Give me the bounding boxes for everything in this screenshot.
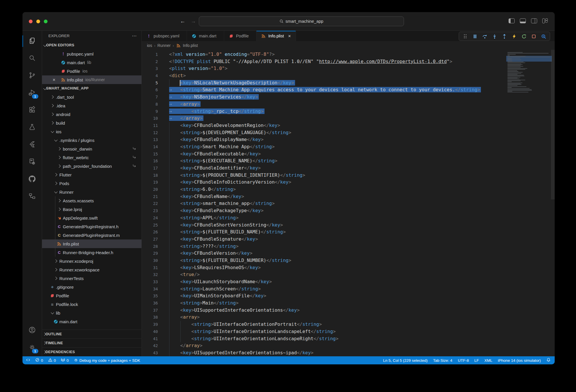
code-line-10[interactable]: 10→ </array> <box>142 115 555 122</box>
sidebar-section-timeline[interactable]: TIMELINE <box>42 338 141 347</box>
line-number[interactable]: 23 <box>142 207 158 214</box>
tree-item-GeneratedPluginRegistrant.h[interactable]: CGeneratedPluginRegistrant.h <box>42 222 141 231</box>
activity-item-references[interactable] <box>22 188 42 205</box>
code-line-35[interactable]: 35 <key>UIMainStoryboardFile</key> <box>142 292 555 300</box>
line-number[interactable]: 11 <box>142 122 158 129</box>
open-editors-header[interactable]: OPEN EDITORS <box>42 41 141 50</box>
tree-item-.symlinks / plugins[interactable]: .symlinks / plugins <box>42 136 141 144</box>
minimap[interactable] <box>507 52 551 93</box>
line-number[interactable]: 3 <box>142 65 158 72</box>
line-number[interactable]: 42 <box>142 342 158 349</box>
tree-item-Base.lproj[interactable]: Base.lproj <box>42 205 141 214</box>
line-number[interactable]: 7 <box>142 94 158 101</box>
code-line-38[interactable]: 38 <array> <box>142 314 555 321</box>
sidebar-section-outline[interactable]: OUTLINE <box>42 330 141 338</box>
line-number[interactable]: 21 <box>142 193 158 200</box>
tree-item-Flutter[interactable]: Flutter <box>42 170 141 179</box>
open-editor-main.dart[interactable]: ✕main.dartlib <box>42 58 141 67</box>
tab-Info.plist[interactable]: Info.plist✕ <box>256 31 296 41</box>
status-item[interactable]: 0 <box>61 358 69 363</box>
line-number[interactable]: 25 <box>142 222 158 229</box>
activity-item-source-control[interactable] <box>22 67 42 84</box>
status-item[interactable] <box>26 358 30 363</box>
pause-icon[interactable] <box>473 34 477 39</box>
activity-item-run-debug[interactable]: 1 <box>22 84 42 102</box>
tree-item-Podfile[interactable]: Podfile <box>42 291 141 300</box>
line-number[interactable]: 9 <box>142 108 158 115</box>
line-number[interactable]: 5 <box>142 79 158 87</box>
code-line-25[interactable]: 25 <key>CFBundleShortVersionString</key> <box>142 222 555 229</box>
tree-item-Pods[interactable]: Pods <box>42 179 141 188</box>
activity-item-testing[interactable] <box>22 119 42 136</box>
code-line-13[interactable]: 13 <key>CFBundleDisplayName</key> <box>142 136 555 143</box>
code-line-8[interactable]: 8→ <array> <box>142 101 555 108</box>
code-line-28[interactable]: 28 <string>????</string> <box>142 243 555 250</box>
close-window-button[interactable] <box>29 20 33 23</box>
hot-reload-icon[interactable] <box>512 34 517 39</box>
stop-icon[interactable] <box>531 34 536 39</box>
notifications-bell[interactable] <box>546 358 551 363</box>
zoom-window-button[interactable] <box>44 20 48 23</box>
code-line-27[interactable]: 27 <key>CFBundleSignature</key> <box>142 236 555 243</box>
activity-item-github[interactable] <box>22 171 42 188</box>
code-line-16[interactable]: 16 <string>$(EXECUTABLE_NAME)</string> <box>142 157 555 165</box>
activity-item-property-editor[interactable] <box>22 153 42 171</box>
code-line-21[interactable]: 21 <key>CFBundleName</key> <box>142 193 555 200</box>
code-line-5[interactable]: 5 <key>NSLocalNetworkUsageDescription</k… <box>142 79 555 87</box>
line-number[interactable]: 36 <box>142 300 158 307</box>
line-number[interactable]: 17 <box>142 165 158 172</box>
code-line-23[interactable]: 23 <key>CFBundlePackageType</key> <box>142 207 555 214</box>
code-line-4[interactable]: 4<dict> <box>142 72 555 79</box>
back-icon[interactable]: ← <box>179 17 186 26</box>
code-line-40[interactable]: 40 <string>UIInterfaceOrientationLandsca… <box>142 328 555 335</box>
tab-main.dart[interactable]: main.dart <box>187 31 224 41</box>
code-line-31[interactable]: 31 <key>LSRequiresIPhoneOS</key> <box>142 264 555 271</box>
line-number[interactable]: 24 <box>142 214 158 222</box>
step-into-icon[interactable] <box>492 34 497 39</box>
line-number[interactable]: 30 <box>142 257 158 264</box>
status-item[interactable]: XML <box>484 358 492 363</box>
line-number[interactable]: 28 <box>142 243 158 250</box>
line-number[interactable]: 33 <box>142 278 158 286</box>
editor-scrollbar[interactable] <box>551 50 555 199</box>
activity-item-explorer[interactable] <box>22 33 42 50</box>
line-number[interactable]: 6 <box>142 86 158 94</box>
tree-item-GeneratedPluginRegistrant.m[interactable]: CGeneratedPluginRegistrant.m <box>42 231 141 239</box>
code-line-1[interactable]: 1<?xml version="1.0" encoding="UTF-8"?> <box>142 51 555 58</box>
code-line-2[interactable]: 2<!DOCTYPE plist PUBLIC "-//Apple//DTD P… <box>142 58 555 65</box>
code-line-33[interactable]: 33 <key>UILaunchStoryboardName</key> <box>142 278 555 286</box>
line-number[interactable]: 26 <box>142 229 158 236</box>
forward-icon[interactable]: → <box>190 17 197 26</box>
code-line-32[interactable]: 32 <true/> <box>142 271 555 278</box>
activity-item-flutter[interactable] <box>22 136 42 153</box>
tree-item-path_provider_foundation[interactable]: path_provider_foundation <box>42 162 141 170</box>
toggle-secondary-sidebar-icon[interactable] <box>531 18 537 23</box>
tree-item-.gitignore[interactable]: .gitignore <box>42 283 141 291</box>
code-editor[interactable]: 1<?xml version="1.0" encoding="UTF-8"?>2… <box>142 50 555 356</box>
code-line-39[interactable]: 39 <string>UIInterfaceOrientationPortrai… <box>142 321 555 328</box>
sidebar-section-dependencies[interactable]: DEPENDENCIES <box>42 347 141 356</box>
line-number[interactable]: 18 <box>142 172 158 179</box>
code-line-15[interactable]: 15 <key>CFBundleExecutable</key> <box>142 151 555 158</box>
breadcrumb-item[interactable]: ios <box>147 43 152 48</box>
line-number[interactable]: 4 <box>142 72 158 79</box>
tree-item-Podfile.lock[interactable]: ≡Podfile.lock <box>42 300 141 309</box>
status-item[interactable]: iPhone 14 (ios simulator) <box>498 358 541 363</box>
line-number[interactable]: 34 <box>142 286 158 293</box>
code-line-37[interactable]: 37 <key>UISupportedInterfaceOrientations… <box>142 307 555 314</box>
open-editor-pubspec.yaml[interactable]: ✕!pubspec.yaml <box>42 50 141 58</box>
open-editor-Info.plist[interactable]: ✕Info.plistios/Runner <box>42 75 141 84</box>
breadcrumb-item[interactable]: Info.plist <box>183 43 198 48</box>
line-number[interactable]: 39 <box>142 321 158 328</box>
tree-item-Runner.xcworkspace[interactable]: Runner.xcworkspace <box>42 265 141 274</box>
line-number[interactable]: 15 <box>142 151 158 158</box>
code-line-11[interactable]: 11 <key>CFBundleDevelopmentRegion</key> <box>142 122 555 129</box>
code-line-26[interactable]: 26 <string>$(FLUTTER_BUILD_NAME)</string… <box>142 229 555 236</box>
status-item[interactable]: 0 <box>35 358 43 363</box>
activity-item-search[interactable] <box>22 50 42 67</box>
status-item[interactable]: Ln 5, Col 5 (229 selected) <box>383 358 428 363</box>
code-line-18[interactable]: 18 <string>$(PRODUCT_BUNDLE_IDENTIFIER)<… <box>142 172 555 179</box>
line-number[interactable]: 31 <box>142 264 158 271</box>
tree-item-Runner-Bridging-Header.h[interactable]: CRunner-Bridging-Header.h <box>42 248 141 257</box>
line-number[interactable]: 8 <box>142 101 158 108</box>
